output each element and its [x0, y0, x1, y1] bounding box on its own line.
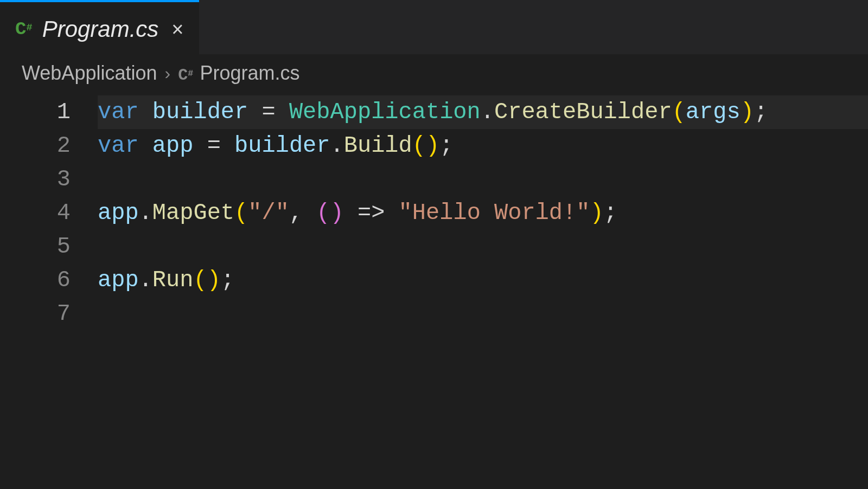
breadcrumb-file-label: Program.cs	[200, 62, 299, 84]
line-number-gutter: 1 2 3 4 5 6 7	[0, 95, 98, 331]
breadcrumb: WebApplication › C# Program.cs	[0, 54, 868, 92]
close-icon[interactable]: ×	[168, 18, 183, 41]
code-line[interactable]	[98, 230, 868, 263]
line-number: 2	[0, 129, 71, 163]
code-line[interactable]: app.MapGet("/", () => "Hello World!");	[98, 196, 868, 230]
code-editor[interactable]: 1 2 3 4 5 6 7 var builder = WebApplicati…	[0, 92, 868, 331]
csharp-icon: C#	[15, 19, 33, 40]
line-number: 5	[0, 230, 71, 263]
code-line[interactable]	[98, 163, 868, 196]
code-line[interactable]: var app = builder.Build();	[98, 129, 868, 163]
line-number: 3	[0, 163, 71, 196]
code-content[interactable]: var builder = WebApplication.CreateBuild…	[98, 95, 868, 331]
code-line[interactable]	[98, 297, 868, 331]
csharp-icon: C#	[178, 65, 197, 83]
line-number: 4	[0, 196, 71, 230]
breadcrumb-file[interactable]: C# Program.cs	[178, 62, 299, 85]
tab-bar: C# Program.cs ×	[0, 0, 868, 54]
tab-label: Program.cs	[42, 16, 159, 42]
line-number: 6	[0, 263, 71, 297]
line-number: 1	[0, 95, 71, 129]
tab-program-cs[interactable]: C# Program.cs ×	[0, 0, 199, 56]
breadcrumb-project[interactable]: WebApplication	[22, 62, 157, 85]
code-line[interactable]: var builder = WebApplication.CreateBuild…	[98, 95, 868, 129]
line-number: 7	[0, 297, 71, 331]
chevron-right-icon: ›	[165, 63, 171, 83]
code-line[interactable]: app.Run();	[98, 263, 868, 297]
